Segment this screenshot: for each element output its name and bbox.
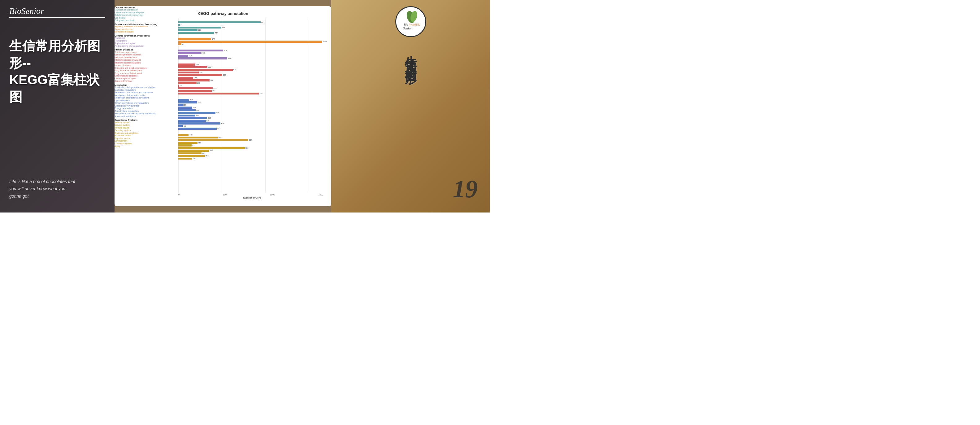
svg-text:生信师兄: 生信师兄 <box>409 23 420 26</box>
left-section: BioSenior 生信常用分析图形-- KEGG富集柱状图 Life is l… <box>0 0 115 212</box>
logo: BioSenior <box>9 6 105 18</box>
svg-text:Senior: Senior <box>403 26 412 30</box>
x-axis-label: Number of Gene <box>178 197 326 199</box>
right-title-cn: 生信常用分析图形 <box>405 46 417 66</box>
quote: Life is like a box of chocolates that yo… <box>9 178 105 200</box>
right-section: Bio 生信师兄 Senior 生信常用分析图形 19 <box>331 0 490 212</box>
svg-text:Bio: Bio <box>404 22 409 26</box>
main-title: 生信常用分析图形-- KEGG富集柱状图 <box>9 38 105 105</box>
bio-logo: Bio 生信师兄 Senior <box>395 6 426 37</box>
right-number: 19 <box>453 175 477 203</box>
chart-panel: KEGG pathway annotation Cellular process… <box>115 6 331 206</box>
